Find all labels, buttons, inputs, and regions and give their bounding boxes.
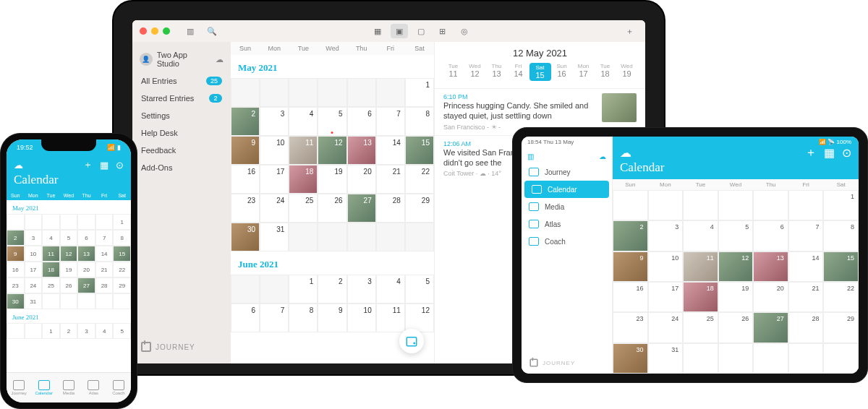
calendar-day[interactable]: 10	[347, 303, 376, 332]
tab-calendar[interactable]: Calendar	[31, 373, 56, 402]
calendar-day[interactable]: 17	[648, 282, 684, 312]
calendar-day[interactable]: 25	[42, 277, 60, 293]
calendar-day[interactable]: 13	[753, 251, 788, 282]
calendar-day[interactable]: 9	[231, 136, 260, 165]
sidebar-item-settings[interactable]: Settings	[132, 107, 231, 124]
view-calendar-icon[interactable]: ▣	[391, 24, 408, 38]
calendar-day[interactable]: 1	[113, 214, 131, 230]
week-day[interactable]: Sun16	[551, 63, 573, 81]
calendar-day[interactable]: 21	[376, 165, 405, 194]
grid-icon[interactable]: ▦	[824, 146, 835, 160]
calendar-day[interactable]: 26	[60, 277, 78, 293]
calendar-day[interactable]: 28	[788, 312, 824, 343]
calendar-day[interactable]: 28	[376, 194, 405, 223]
calendar-day[interactable]: 5	[113, 323, 131, 339]
calendar-day[interactable]: 24	[260, 194, 289, 223]
calendar-day[interactable]: 1	[289, 275, 318, 303]
calendar-day[interactable]: 18	[683, 282, 718, 312]
calendar-day[interactable]: 10	[25, 246, 43, 262]
calendar-day[interactable]: 8	[113, 230, 131, 246]
calendar-day[interactable]: 7	[260, 303, 289, 332]
calendar-day[interactable]: 8	[289, 303, 318, 332]
calendar-day[interactable]: 29	[113, 277, 131, 293]
calendar-day[interactable]: 5	[405, 275, 434, 303]
calendar-day[interactable]: 7	[95, 230, 114, 246]
calendar-day[interactable]: 6	[77, 230, 95, 246]
calendar-day[interactable]: 11	[376, 303, 405, 332]
calendar-day[interactable]: 5	[318, 107, 346, 136]
calendar-day[interactable]: 22	[823, 282, 859, 312]
week-day[interactable]: Tue18	[595, 63, 616, 81]
calendar-day[interactable]: 9	[318, 303, 346, 332]
calendar-day[interactable]: 16	[613, 282, 648, 312]
calendar-day[interactable]: 1	[405, 78, 434, 107]
sidebar-item-all-entries[interactable]: All Entries25	[132, 72, 231, 90]
calendar-day[interactable]: 30	[613, 343, 648, 374]
calendar-day[interactable]: 18	[42, 262, 60, 277]
calendar-day[interactable]: 29	[823, 312, 859, 343]
calendar-day[interactable]: 20	[77, 262, 95, 277]
calendar-day[interactable]: 11	[42, 246, 60, 262]
calendar-day[interactable]: 19	[318, 165, 346, 194]
week-day[interactable]: Tue11	[443, 63, 464, 81]
calendar-day[interactable]: 26	[718, 312, 754, 343]
calendar-day[interactable]: 22	[113, 262, 131, 277]
tab-atlas[interactable]: Atlas	[81, 373, 106, 402]
calendar-day[interactable]: 20	[753, 282, 788, 312]
sidebar-toggle-icon[interactable]: ▥	[527, 152, 534, 160]
tab-coach[interactable]: Coach	[106, 373, 131, 402]
calendar-day[interactable]: 11	[683, 251, 718, 282]
sidebar-item-feedback[interactable]: Feedback	[132, 142, 231, 159]
calendar-day[interactable]: 23	[613, 312, 648, 343]
sidebar-item-media[interactable]: Media	[522, 198, 612, 215]
calendar-day[interactable]: 10	[648, 251, 684, 282]
add-icon[interactable]: ＋	[83, 158, 93, 171]
calendar-day[interactable]: 27	[753, 312, 788, 343]
calendar-day[interactable]: 13	[77, 246, 95, 262]
calendar-day[interactable]: 16	[231, 165, 260, 194]
sidebar-item-help-desk[interactable]: Help Desk	[132, 124, 231, 142]
week-day[interactable]: Sat15	[529, 63, 551, 81]
calendar-day[interactable]: 31	[25, 293, 43, 309]
calendar-day[interactable]: 28	[95, 277, 114, 293]
cloud-icon[interactable]: ☁	[620, 146, 631, 160]
sidebar-item-journey[interactable]: Journey	[522, 163, 612, 181]
calendar-day[interactable]: 24	[648, 312, 684, 343]
calendar-day[interactable]: 4	[289, 107, 318, 136]
calendar-day[interactable]: 12	[718, 251, 754, 282]
calendar-day[interactable]: 11	[289, 136, 318, 165]
calendar-day[interactable]: 4	[42, 230, 60, 246]
today-icon[interactable]: ⊙	[842, 146, 851, 160]
calendar-day[interactable]: 3	[260, 107, 289, 136]
calendar-day[interactable]: 7	[788, 220, 824, 251]
calendar-day[interactable]: 2	[60, 323, 78, 339]
calendar-day[interactable]: 12	[405, 303, 434, 332]
view-coach-icon[interactable]: ◎	[456, 24, 473, 38]
calendar-day[interactable]: 29	[405, 194, 434, 223]
calendar-day[interactable]: 1	[42, 323, 60, 339]
week-day[interactable]: Fri14	[508, 63, 529, 81]
calendar-day[interactable]: 8	[823, 220, 859, 251]
calendar-day[interactable]: 9	[7, 246, 25, 262]
calendar-day[interactable]: 4	[683, 220, 718, 251]
sidebar-item-add-ons[interactable]: Add-Ons	[132, 159, 231, 176]
cloud-icon[interactable]: ☁	[14, 160, 23, 171]
calendar-day[interactable]: 19	[60, 262, 78, 277]
calendar-day[interactable]: 3	[77, 323, 95, 339]
cloud-icon[interactable]: ☁	[599, 152, 606, 160]
week-day[interactable]: Wed19	[616, 63, 638, 81]
calendar-day[interactable]: 19	[718, 282, 754, 312]
calendar-day[interactable]: 4	[95, 323, 114, 339]
calendar-day[interactable]: 2	[318, 275, 346, 303]
sidebar-item-atlas[interactable]: Atlas	[522, 215, 612, 233]
calendar-day[interactable]: 23	[7, 277, 25, 293]
calendar-day[interactable]: 30	[231, 223, 260, 251]
week-day[interactable]: Mon17	[573, 63, 595, 81]
tab-media[interactable]: Media	[56, 373, 81, 402]
search-icon[interactable]: 🔍	[203, 24, 221, 38]
calendar-day[interactable]: 15	[405, 136, 434, 165]
calendar-day[interactable]: 22	[405, 165, 434, 194]
calendar-day[interactable]: 20	[347, 165, 376, 194]
calendar-day[interactable]: 8	[405, 107, 434, 136]
calendar-day[interactable]: 13	[347, 136, 376, 165]
